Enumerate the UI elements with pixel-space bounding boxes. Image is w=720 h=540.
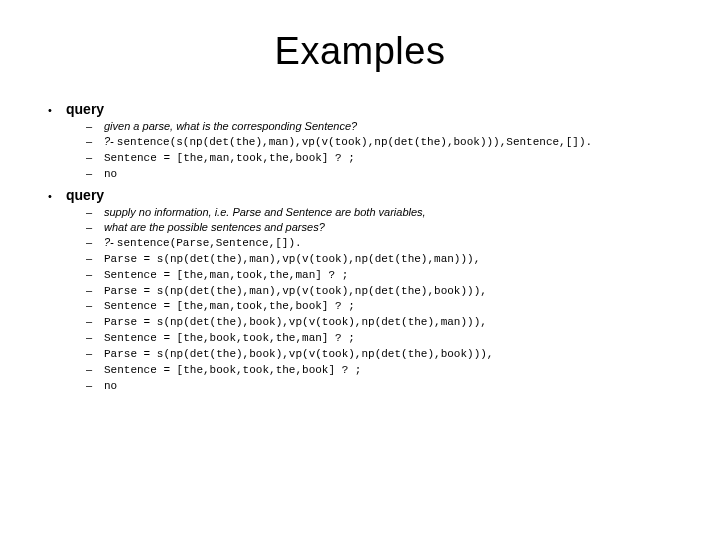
- sub-item: –Sentence = [the,man,took,the,book] ? ;: [86, 150, 680, 166]
- sub-item-text: supply no information, i.e. Parse and Se…: [104, 205, 426, 220]
- bullet-dot-icon: •: [48, 187, 66, 202]
- sub-item-text: no: [104, 379, 117, 394]
- dash-icon: –: [86, 267, 104, 282]
- query-prompt: ?-: [104, 236, 117, 248]
- sub-item: –?- sentence(s(np(det(the),man),vp(v(too…: [86, 134, 680, 150]
- sub-item-text: given a parse, what is the corresponding…: [104, 119, 357, 134]
- sub-item: –what are the possible sentences and par…: [86, 220, 680, 235]
- query-code: sentence(s(np(det(the),man),vp(v(took),n…: [117, 136, 592, 148]
- bullet-item: •query: [48, 101, 680, 117]
- sub-item-text: ?- sentence(s(np(det(the),man),vp(v(took…: [104, 134, 592, 150]
- sub-item: –Sentence = [the,man,took,the,man] ? ;: [86, 267, 680, 283]
- dash-icon: –: [86, 283, 104, 298]
- sub-item-text: what are the possible sentences and pars…: [104, 220, 325, 235]
- dash-icon: –: [86, 235, 104, 250]
- sub-item: –Parse = s(np(det(the),book),vp(v(took),…: [86, 314, 680, 330]
- sub-item: –no: [86, 166, 680, 182]
- sub-item-text: ?- sentence(Parse,Sentence,[]).: [104, 235, 302, 251]
- dash-icon: –: [86, 378, 104, 393]
- bullet-label: query: [66, 187, 104, 203]
- slide-title: Examples: [40, 30, 680, 73]
- sub-list: –supply no information, i.e. Parse and S…: [48, 205, 680, 393]
- sub-list: –given a parse, what is the correspondin…: [48, 119, 680, 181]
- query-prompt: ?-: [104, 135, 117, 147]
- dash-icon: –: [86, 362, 104, 377]
- bullet-dot-icon: •: [48, 101, 66, 116]
- sub-item-text: Sentence = [the,man,took,the,book] ? ;: [104, 299, 355, 314]
- sub-item: –Parse = s(np(det(the),man),vp(v(took),n…: [86, 283, 680, 299]
- sub-item-text: Parse = s(np(det(the),book),vp(v(took),n…: [104, 347, 493, 362]
- query-code: sentence(Parse,Sentence,[]).: [117, 237, 302, 249]
- slide-content: •query–given a parse, what is the corres…: [40, 101, 680, 394]
- sub-item-text: Parse = s(np(det(the),book),vp(v(took),n…: [104, 315, 487, 330]
- dash-icon: –: [86, 166, 104, 181]
- sub-item-text: Parse = s(np(det(the),man),vp(v(took),np…: [104, 252, 480, 267]
- sub-item: –?- sentence(Parse,Sentence,[]).: [86, 235, 680, 251]
- sub-item: –Parse = s(np(det(the),book),vp(v(took),…: [86, 346, 680, 362]
- sub-item: –given a parse, what is the correspondin…: [86, 119, 680, 134]
- sub-item-text: Sentence = [the,book,took,the,book] ? ;: [104, 363, 361, 378]
- slide: Examples •query–given a parse, what is t…: [0, 0, 720, 540]
- bullet-item: •query: [48, 187, 680, 203]
- sub-item-text: no: [104, 167, 117, 182]
- dash-icon: –: [86, 220, 104, 235]
- sub-item: –supply no information, i.e. Parse and S…: [86, 205, 680, 220]
- dash-icon: –: [86, 119, 104, 134]
- sub-item-text: Sentence = [the,book,took,the,man] ? ;: [104, 331, 355, 346]
- sub-item: –Sentence = [the,man,took,the,book] ? ;: [86, 298, 680, 314]
- dash-icon: –: [86, 150, 104, 165]
- dash-icon: –: [86, 298, 104, 313]
- sub-item: –Parse = s(np(det(the),man),vp(v(took),n…: [86, 251, 680, 267]
- sub-item-text: Parse = s(np(det(the),man),vp(v(took),np…: [104, 284, 487, 299]
- dash-icon: –: [86, 330, 104, 345]
- sub-item-text: Sentence = [the,man,took,the,book] ? ;: [104, 151, 355, 166]
- sub-item-text: Sentence = [the,man,took,the,man] ? ;: [104, 268, 348, 283]
- dash-icon: –: [86, 346, 104, 361]
- sub-item: –no: [86, 378, 680, 394]
- sub-item: –Sentence = [the,book,took,the,book] ? ;: [86, 362, 680, 378]
- bullet-label: query: [66, 101, 104, 117]
- dash-icon: –: [86, 314, 104, 329]
- dash-icon: –: [86, 134, 104, 149]
- dash-icon: –: [86, 251, 104, 266]
- dash-icon: –: [86, 205, 104, 220]
- sub-item: –Sentence = [the,book,took,the,man] ? ;: [86, 330, 680, 346]
